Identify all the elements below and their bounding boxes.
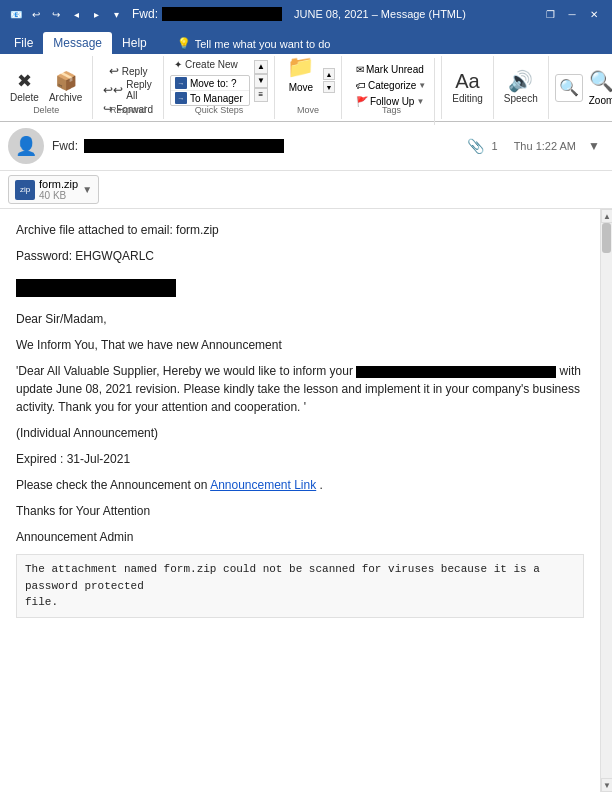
move-up-button[interactable]: ▲ (323, 68, 335, 80)
check-line: Please check the Announcement on Announc… (16, 476, 584, 494)
archive-label: Archive (49, 92, 82, 103)
check-line-end: . (320, 478, 323, 492)
find-button[interactable]: 🔍 (555, 74, 583, 102)
reply-all-icon: ↩↩ (103, 83, 123, 97)
tags-group-label: Tags (342, 105, 441, 117)
scrollbar: ▲ ▼ (600, 209, 612, 792)
quick-steps-box: → Move to: ? → To Manager (170, 75, 250, 106)
speech-group: 🔊 Speech (494, 56, 549, 119)
password-line: Password: EHGWQARLC (16, 247, 584, 265)
create-new-button[interactable]: ✦ Create New (170, 55, 250, 73)
move-group-inner: 📁 Move ▲ ▼ (281, 56, 335, 106)
quick-steps-label: Quick Steps (164, 105, 274, 117)
scroll-expand-button[interactable]: ≡ (254, 88, 268, 102)
tab-file[interactable]: File (4, 32, 43, 54)
zoom-label: Zoom (589, 95, 612, 106)
quick-step-1[interactable]: → Move to: ? (171, 76, 249, 91)
archive-line: Archive file attached to email: form.zip (16, 221, 584, 239)
mark-unread-icon: ✉ (356, 64, 364, 75)
customize-icon[interactable]: ▾ (108, 6, 124, 22)
admin-line: Announcement Admin (16, 528, 584, 546)
announcement-link[interactable]: Announcement Link (210, 478, 316, 492)
zip-file-icon: zip (15, 180, 35, 200)
redo-icon[interactable]: ↪ (48, 6, 64, 22)
respond-group-label: Respond (93, 105, 163, 117)
speech-label: Speech (504, 93, 538, 104)
forward-nav-icon[interactable]: ▸ (88, 6, 104, 22)
qs-icon-1: → (175, 77, 187, 89)
email-body: Archive file attached to email: form.zip… (0, 209, 600, 792)
move-down-button[interactable]: ▼ (323, 81, 335, 93)
speech-button[interactable]: 🔊 Speech (500, 64, 542, 112)
scroll-thumb[interactable] (602, 223, 611, 253)
scroll-down-arrow[interactable]: ▼ (601, 778, 612, 792)
thanks-line: Thanks for Your Attention (16, 502, 584, 520)
title-date: JUNE 08, 2021 – Message (HTML) (294, 8, 466, 20)
individual-announcement: (Individual Announcement) (16, 424, 584, 442)
editing-group: Aa Editing (442, 56, 494, 119)
inform-line: We Inform You, That we have new Announce… (16, 336, 584, 354)
delete-group-label: Delete (0, 105, 92, 117)
zoom-button[interactable]: 🔍 Zoom (589, 69, 612, 106)
fwd-prefix: Fwd: (132, 7, 158, 21)
attachment-dropdown-icon[interactable]: ▼ (82, 184, 92, 195)
create-icon: ✦ (174, 59, 182, 70)
move-icon: 📁 (287, 54, 314, 80)
search-hint-text: Tell me what you want to do (195, 38, 331, 50)
tab-message[interactable]: Message (43, 32, 112, 54)
title-bar-text: Fwd: JUNE 08, 2021 – Message (HTML) (132, 7, 540, 21)
title-bar: 📧 ↩ ↪ ◂ ▸ ▾ Fwd: JUNE 08, 2021 – Message… (0, 0, 612, 28)
reply-all-button[interactable]: ↩↩ Reply All (99, 81, 157, 99)
move-arrow-controls: ▲ ▼ (323, 68, 335, 93)
ribbon-tabs: File Message Help 💡 Tell me what you wan… (0, 28, 612, 54)
move-button[interactable]: 📁 Move (281, 56, 321, 106)
email-body-container: Archive file attached to email: form.zip… (0, 209, 612, 792)
editing-label: Editing (452, 93, 483, 104)
zoom-group: 🔍 🔍 Zoom (549, 56, 612, 119)
respond-group: ↩ Reply ↩↩ Reply All ↪ Forward Respond (93, 56, 164, 119)
greeting: Dear Sir/Madam, (16, 310, 584, 328)
undo-icon[interactable]: ↩ (28, 6, 44, 22)
email-meta: Fwd: (52, 139, 459, 153)
move-group: 📁 Move ▲ ▼ Move (275, 56, 342, 119)
virus-warning: The attachment named form.zip could not … (16, 554, 584, 618)
quick-step-2[interactable]: → To Manager (171, 91, 249, 105)
main-content: 👤 Fwd: 📎 1 Thu 1:22 AM ▼ zip form.zip 40… (0, 122, 612, 792)
quote-start: 'Dear All Valuable Supplier, Hereby we w… (16, 364, 353, 378)
move-group-label: Move (275, 105, 341, 117)
qs-icon-2: → (175, 92, 187, 104)
scroll-down-button[interactable]: ▼ (254, 74, 268, 88)
tab-help[interactable]: Help (112, 32, 157, 54)
attachment-info: form.zip 40 KB (39, 178, 78, 201)
lightbulb-icon: 💡 (177, 37, 191, 50)
editing-icon: Aa (455, 71, 479, 91)
delete-group: ✖ Delete 📦 Archive Delete (0, 56, 93, 119)
scroll-up-arrow[interactable]: ▲ (601, 209, 612, 223)
categorize-button[interactable]: 🏷 Categorize ▼ (352, 78, 430, 93)
minimize-window-button[interactable]: ─ (562, 5, 582, 23)
reply-all-label: Reply All (126, 79, 153, 101)
expired-line: Expired : 31-Jul-2021 (16, 450, 584, 468)
app-icon: 📧 (8, 6, 24, 22)
close-window-button[interactable]: ✕ (584, 5, 604, 23)
attachment-filename: form.zip (39, 178, 78, 190)
archive-icon: 📦 (55, 72, 77, 90)
fwd-label: Fwd: (52, 139, 78, 153)
delete-label: Delete (10, 92, 39, 103)
tags-row-2: 🏷 Categorize ▼ (352, 78, 430, 93)
categorize-icon: 🏷 (356, 80, 366, 91)
ribbon-search-box[interactable]: 💡 Tell me what you want to do (177, 37, 331, 50)
expand-email-button[interactable]: ▼ (584, 136, 604, 156)
mark-unread-button[interactable]: ✉ Mark Unread (352, 62, 428, 77)
attachment-filesize: 40 KB (39, 190, 78, 201)
categorize-label: Categorize (368, 80, 416, 91)
scroll-up-button[interactable]: ▲ (254, 60, 268, 74)
tags-group: ✉ Mark Unread 🏷 Categorize ▼ 🚩 Follow Up… (342, 56, 442, 119)
reply-button[interactable]: ↩ Reply (105, 62, 152, 80)
editing-button[interactable]: Aa Editing (448, 64, 487, 112)
attachment-item[interactable]: zip form.zip 40 KB ▼ (8, 175, 99, 204)
quick-steps-inner: ✦ Create New → Move to: ? → To Manager (170, 55, 250, 106)
restore-window-button[interactable]: ❐ (540, 5, 560, 23)
back-icon[interactable]: ◂ (68, 6, 84, 22)
categorize-arrow-icon: ▼ (418, 81, 426, 90)
